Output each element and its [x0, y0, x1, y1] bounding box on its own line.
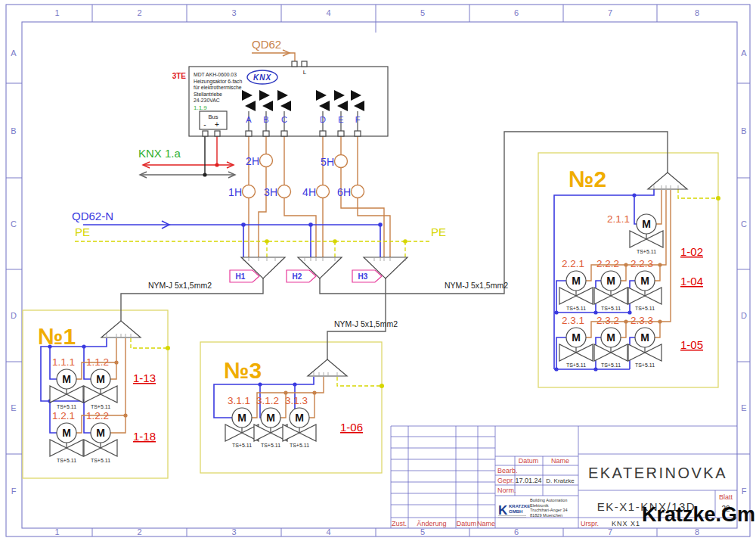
pe-label-right: PE	[431, 225, 446, 238]
cable-head-h2: H2	[287, 257, 342, 282]
grid-col-top-6: 6	[514, 8, 519, 17]
grid-col-top-5: 5	[420, 8, 425, 17]
valve-type-label: TS+5.11	[261, 443, 280, 448]
qd62-feed: QD62	[252, 38, 295, 61]
motor-letter: M	[572, 275, 581, 287]
channel-label: B	[263, 115, 268, 124]
device-desc2: für elektrothermische	[194, 85, 242, 90]
tb-aenderung-label: Änderung	[417, 520, 446, 527]
group3-title: №3	[224, 358, 262, 383]
valve-type-label: TS+5.11	[290, 443, 309, 448]
group2-circuit-1: 1-02	[680, 245, 703, 258]
motor-letter: M	[96, 427, 105, 439]
company-line2: Elektronik	[530, 503, 549, 508]
valve-id-label: 2.1.1	[607, 213, 630, 225]
valve-id-label: 3.1.2	[256, 395, 279, 406]
valve-type-label: TS+5.11	[566, 306, 586, 311]
company-line3: Truchthari-Anger 34	[530, 508, 568, 512]
valve-type-label: TS+5.11	[601, 306, 621, 311]
valve-type-label: TS+5.11	[635, 306, 655, 311]
motor-letter: M	[295, 412, 304, 424]
grid-row-right-1: B	[741, 126, 746, 135]
motor-valve-symbol: 2.1.1MTS+5.11	[607, 213, 663, 254]
te-width-label: 3TE	[172, 72, 187, 80]
valve-id-label: 1.1.1	[52, 356, 75, 368]
valve-type-label: TS+5.11	[57, 404, 76, 409]
bus-label: Bus	[209, 114, 218, 120]
motor-letter: M	[642, 218, 651, 230]
valve-id-label: 2.2.1	[562, 258, 584, 269]
valve-type-label: TS+5.11	[601, 362, 621, 368]
channel-label: A	[246, 115, 252, 124]
group2-title: №2	[569, 166, 606, 191]
tb-bearb-label: Bearb.	[497, 467, 518, 474]
tb-datum-header: Datum	[519, 457, 539, 465]
l-terminal-label: L	[303, 69, 307, 76]
motor-valve-symbol: 1.2.2MTS+5.11	[84, 410, 117, 463]
valve-type-label: TS+5.11	[91, 404, 110, 409]
valve-type-label: TS+5.11	[566, 362, 586, 368]
tap-label-5h: 5H	[321, 156, 334, 168]
grid-col-bottom-4: 4	[326, 527, 330, 536]
tb-blatt-label: Blatt	[719, 493, 733, 501]
valve-id-label: 1.2.2	[86, 410, 109, 421]
channel-terminal	[263, 131, 269, 136]
tap-label-2h: 2H	[246, 155, 259, 167]
knx-actuator: 3TE MDT AKH-0600.03 Heizungsaktor 6-fach…	[172, 61, 388, 136]
motor-letter: M	[62, 427, 71, 439]
tb-norm-label: Norm.	[497, 487, 516, 494]
tap-circle-3h	[278, 185, 291, 198]
motor-valve-symbol: 2.2.2MTS+5.11	[594, 258, 627, 311]
tap-circle-6h	[352, 185, 364, 198]
valve-type-label: TS+5.11	[637, 249, 656, 254]
grid-col-bottom-5: 5	[420, 527, 425, 536]
knx-logo-text: KNX	[253, 73, 271, 82]
qd62-label: QD62	[252, 38, 281, 51]
cable-head-h3: H3	[352, 257, 407, 282]
tap-label-3h: 3H	[264, 186, 277, 198]
grid-col-top-4: 4	[326, 8, 330, 17]
channel-terminal	[281, 131, 287, 136]
company-line4: 81829 Muenchen	[530, 513, 562, 518]
channel-terminal	[320, 131, 326, 136]
grid-row-left-3: D	[11, 311, 17, 320]
device-desc4: 24-230VAC	[194, 98, 220, 103]
valve-id-label: 2.3.1	[562, 315, 584, 326]
motor-letter: M	[606, 331, 615, 344]
company-logo: K KRATZKE GMBH Building Automation Elekt…	[498, 498, 568, 518]
tb-gepr-label: Gepr.	[497, 477, 514, 484]
l-terminal-2	[302, 61, 307, 67]
valve-type-label: TS+5.11	[635, 362, 655, 368]
motor-letter: M	[237, 412, 246, 424]
valve-id-label: 2.3.3	[631, 315, 653, 326]
tb-name-header: Name	[551, 457, 569, 465]
motor-valve-symbol: 1.2.1MTS+5.11	[50, 410, 83, 463]
device-desc1: Heizungsaktor 6-fach	[194, 79, 242, 85]
grid-col-top-7: 7	[608, 8, 612, 17]
h1-label: H1	[236, 272, 246, 281]
valve-id-label: 2.3.2	[596, 315, 619, 326]
grid-col-top-3: 3	[231, 8, 236, 17]
motor-letter: M	[62, 373, 71, 385]
valve-id-label: 3.1.3	[285, 395, 308, 406]
motor-valve-symbol: 2.3.2MTS+5.11	[594, 315, 627, 368]
channel-terminal	[246, 131, 252, 136]
grid-row-left-2: C	[11, 219, 17, 229]
channel-wires: 1H 2H 3H 4H 5H 6H	[228, 136, 390, 257]
grid-col-bottom-7: 7	[608, 527, 612, 536]
tb-project-title: EKATERINOVKA	[588, 465, 727, 481]
channel-terminal	[338, 131, 344, 136]
valve-id-label: 1.2.1	[52, 410, 75, 421]
tb-urspr-value: KNX X1	[612, 520, 640, 527]
grid-row-right-0: A	[741, 48, 747, 58]
valve-type-label: TS+5.11	[91, 458, 110, 463]
motor-letter: M	[640, 275, 649, 287]
nym-label-2: NYM-J 5x1,5mm2	[445, 281, 508, 290]
tb-datum2-label: Datum	[457, 520, 477, 527]
schematic-drawing: 1122334455667788AABBCCDDEEFF KNX 1.a QD6…	[0, 0, 756, 538]
channel-label: C	[281, 115, 287, 124]
pe-label-left: PE	[75, 225, 90, 238]
logo-sub: GMBH	[509, 509, 522, 514]
valve-type-label: TS+5.11	[232, 443, 252, 448]
channel-label: D	[320, 115, 326, 124]
